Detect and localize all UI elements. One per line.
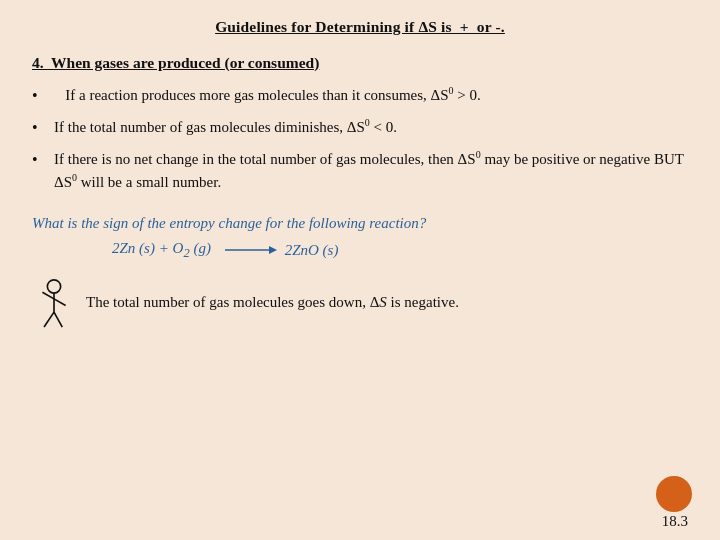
- answer-block: The total number of gas molecules goes d…: [32, 277, 688, 337]
- question-block: What is the sign of the entropy change f…: [32, 212, 688, 263]
- list-item: • If the total number of gas molecules d…: [32, 116, 688, 139]
- page-number: 18.3: [662, 513, 688, 530]
- page: Guidelines for Determining if ΔS is + or…: [0, 0, 720, 540]
- list-item: • If there is no net change in the total…: [32, 148, 688, 194]
- bullet-text: If a reaction produces more gas molecule…: [54, 84, 688, 107]
- svg-point-2: [47, 280, 60, 293]
- reaction-arrow: [223, 242, 277, 258]
- bullet-dot: •: [32, 148, 54, 171]
- svg-marker-1: [269, 246, 277, 254]
- svg-line-5: [54, 299, 66, 306]
- reaction-line: 2Zn (s) + O2 (g) 2ZnO (s): [32, 237, 688, 263]
- bullet-dot: •: [32, 84, 54, 107]
- orange-circle-decoration: [656, 476, 692, 512]
- bullet-text: If there is no net change in the total n…: [54, 148, 688, 194]
- svg-line-6: [44, 312, 54, 327]
- svg-line-7: [54, 312, 62, 327]
- bullet-text: If the total number of gas molecules dim…: [54, 116, 688, 139]
- section-heading: 4. When gases are produced (or consumed): [32, 54, 688, 72]
- bullet-list: • If a reaction produces more gas molecu…: [32, 84, 688, 194]
- reaction-right: 2ZnO (s): [285, 239, 339, 262]
- stick-figure-icon: [32, 279, 76, 337]
- answer-text: The total number of gas molecules goes d…: [86, 277, 459, 314]
- reaction-left: 2Zn (s) + O2 (g): [112, 237, 215, 263]
- bullet-dot: •: [32, 116, 54, 139]
- page-title: Guidelines for Determining if ΔS is + or…: [32, 18, 688, 36]
- question-text: What is the sign of the entropy change f…: [32, 212, 688, 235]
- list-item: • If a reaction produces more gas molecu…: [32, 84, 688, 107]
